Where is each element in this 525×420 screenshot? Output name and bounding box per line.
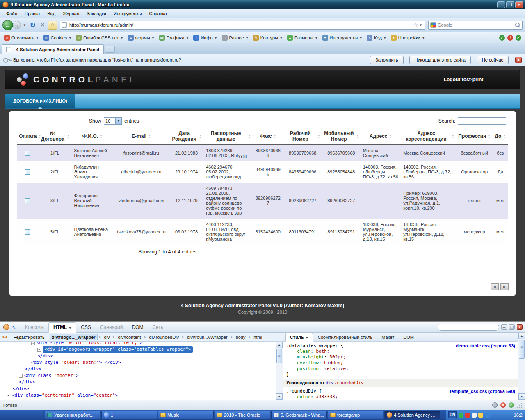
devbar-item[interactable]: ≡Формы▼ (126, 34, 157, 41)
menu-item-Инструменты[interactable]: Инструменты (110, 10, 146, 17)
notification-close-icon[interactable]: ✕ (515, 57, 522, 63)
firebug-tab-DOM[interactable]: DOM (127, 323, 148, 332)
devbar-item[interactable]: ▦Графика▼ (157, 34, 191, 41)
devbar-item[interactable]: ⊘Отключить▼ (2, 34, 41, 41)
taskbar-button[interactable]: 2010 - The Oracle (215, 411, 270, 419)
breadcrumb-item[interactable]: div#dogo..._wrapper (50, 334, 98, 340)
expand-icon[interactable]: + (7, 394, 10, 397)
scrollbar-thumb[interactable] (276, 349, 282, 363)
browser-tab[interactable]: 4 Solution Agency Administrator Panel (2, 44, 104, 54)
breadcrumb-item[interactable]: body (234, 334, 247, 340)
sort-desc-icon[interactable]: ▼ (67, 136, 70, 138)
expand-icon[interactable]: + (37, 348, 41, 352)
firebug-minimize-icon[interactable]: ─ (501, 324, 507, 330)
column-header[interactable]: Дата Рождения▲▼ (169, 128, 203, 145)
style-tab-Стиль[interactable]: Стиль▼ (285, 333, 313, 342)
css-valid-icon[interactable]: ✓ (499, 35, 505, 41)
firebug-tab-Консоль[interactable]: Консоль (21, 323, 48, 332)
sort-desc-icon[interactable]: ▼ (503, 136, 506, 138)
taskbar-button[interactable]: 4 Solution Agency ... (384, 411, 440, 419)
tray-icon[interactable] (472, 413, 477, 418)
sort-desc-icon[interactable]: ▼ (452, 136, 454, 138)
devbar-item[interactable]: <Код▼ (365, 34, 388, 41)
inspect-element-icon[interactable]: ↖ (12, 324, 16, 331)
html-tree-line[interactable]: +<div id="dogovors_wrapper" class="dataT… (3, 346, 274, 353)
taskbar-button[interactable]: forestgamp (328, 411, 383, 419)
minimize-button[interactable]: ─ (497, 1, 505, 8)
never-for-site-button[interactable]: Никогда для этого сайта (409, 56, 471, 64)
url-dropdown-icon[interactable]: ▼ (418, 23, 423, 27)
column-header[interactable]: Рабочий Номер▲▼ (283, 128, 322, 145)
pagination-prev-icon[interactable]: ◄ (491, 283, 499, 290)
column-header[interactable]: Мобильный Номер▲▼ (322, 128, 361, 145)
url-input[interactable] (69, 23, 413, 27)
close-button[interactable]: ✕ (515, 1, 523, 8)
restore-button[interactable]: ❐ (506, 1, 514, 8)
firebug-tab-HTML[interactable]: HTML▼ (48, 322, 76, 333)
firebug-tab-Сеть[interactable]: Сеть (148, 323, 168, 332)
scroll-down-icon[interactable]: ▼ (518, 393, 525, 400)
firebug-bug-icon[interactable] (3, 324, 9, 330)
sort-desc-icon[interactable]: ▼ (274, 136, 276, 138)
column-header[interactable]: E-mail▲▼ (113, 128, 169, 145)
devbar-item[interactable]: ✶Настройки▼ (389, 34, 427, 41)
devbar-item[interactable]: ☺Cookies▼ (41, 34, 74, 41)
url-bar[interactable]: ☆ ▼ (60, 21, 425, 30)
row-checkbox[interactable] (25, 229, 30, 235)
devbar-item[interactable]: ↔Размеры▼ (285, 34, 320, 41)
new-tab-button[interactable]: + (105, 46, 115, 53)
html-tree-line[interactable]: </div> (3, 379, 274, 386)
taskbar-button[interactable]: 1 (101, 411, 157, 419)
tray-icon[interactable] (459, 413, 463, 418)
entries-select[interactable]: 10 ▼ (104, 117, 122, 125)
column-header[interactable]: № Договора▲▼ (38, 128, 71, 145)
column-header[interactable]: Оплата▲▼ (17, 128, 38, 145)
not-now-button[interactable]: Не сейчас (477, 56, 509, 64)
tray-icon[interactable] (478, 413, 483, 418)
breadcrumb-item[interactable]: div#content (116, 334, 142, 340)
inherited-tag[interactable]: div (326, 380, 334, 386)
scroll-down-icon[interactable]: ▼ (276, 393, 283, 400)
firebug-search-input[interactable] (438, 324, 499, 331)
breadcrumb-item[interactable]: div.roundedDiv (148, 334, 181, 340)
firebug-detach-icon[interactable]: ❐ (509, 324, 515, 330)
row-checkbox[interactable] (25, 151, 30, 156)
css-property[interactable]: position: relative; (286, 366, 515, 372)
sort-desc-icon[interactable]: ▼ (488, 136, 491, 138)
web-search-input[interactable] (438, 23, 515, 27)
firebug-close-icon[interactable]: ✕ (517, 324, 523, 330)
style-pane-scrollbar[interactable]: ▲ ▼ (518, 333, 525, 400)
sort-desc-icon[interactable]: ▼ (148, 136, 151, 138)
firebug-tab-CSS[interactable]: CSS (76, 323, 96, 332)
css-property[interactable]: color: #333333; (286, 394, 515, 400)
menu-item-Правка[interactable]: Правка (21, 10, 43, 17)
reload-button[interactable]: ↻ (28, 21, 37, 30)
remember-password-button[interactable]: Запомнить (370, 56, 403, 64)
breadcrumb-item[interactable]: html (252, 334, 264, 340)
sort-desc-icon[interactable]: ▼ (100, 136, 103, 138)
html-tree-line[interactable]: <div style="clear: both;"> </div> (3, 359, 274, 366)
menu-item-Вид[interactable]: Вид (43, 10, 59, 17)
breadcrumb-item[interactable]: div#roun...vWrapper (185, 334, 229, 340)
devbar-item[interactable]: ◌Разное▼ (220, 34, 251, 41)
inherited-class[interactable]: .roundedDiv (334, 380, 364, 386)
select-arrow-icon[interactable]: ▼ (115, 118, 121, 124)
column-header[interactable]: Адресс кореспонденции▲▼ (401, 128, 456, 145)
taskbar-button[interactable]: Music (158, 411, 214, 419)
style-tab-Макет[interactable]: Макет (377, 333, 398, 341)
render-ok-icon[interactable]: ✓ (516, 35, 521, 41)
breadcrumb-item[interactable]: div (103, 334, 112, 340)
sort-desc-icon[interactable]: ▼ (389, 136, 392, 138)
home-button[interactable]: ⌂ (48, 21, 57, 30)
tab-dogovora-fizlico[interactable]: ДОГОВОРА (ФИЗ.ЛИЦО) (5, 94, 75, 108)
column-header[interactable]: Факс▲▼ (253, 128, 283, 145)
scroll-up-icon[interactable]: ▲ (518, 333, 525, 339)
statusbar-firebug-icon[interactable] (492, 402, 498, 408)
statusbar-error-icon[interactable]: ✕ (500, 402, 506, 408)
row-checkbox[interactable] (25, 198, 30, 203)
row-checkbox[interactable] (25, 169, 30, 175)
statusbar-ok-icon[interactable]: ✓ (509, 402, 514, 408)
code-icon[interactable]: <> (2, 335, 7, 339)
column-header[interactable]: Адресс▲▼ (361, 128, 401, 145)
scroll-up-icon[interactable]: ▲ (276, 342, 283, 348)
